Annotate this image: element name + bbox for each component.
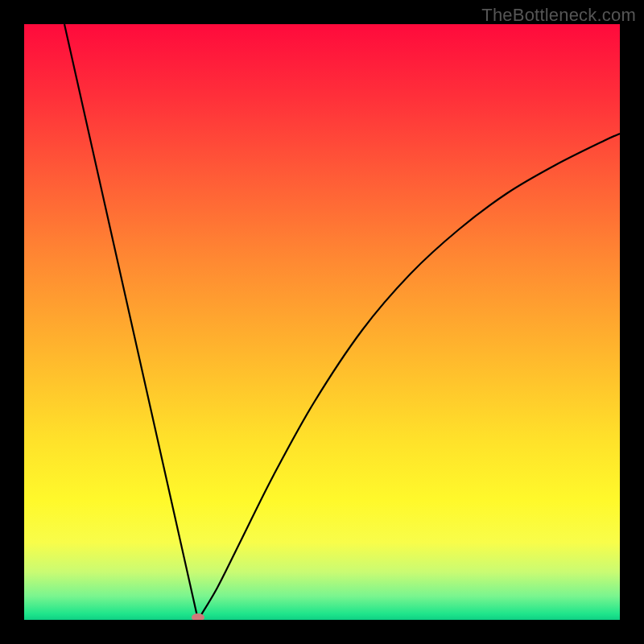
curve-left-branch <box>64 24 198 620</box>
curve-right-branch <box>198 134 620 620</box>
bottleneck-curve <box>24 24 620 620</box>
watermark-text: TheBottleneck.com <box>481 5 636 26</box>
plot-area <box>24 24 620 620</box>
minimum-marker <box>192 613 204 620</box>
